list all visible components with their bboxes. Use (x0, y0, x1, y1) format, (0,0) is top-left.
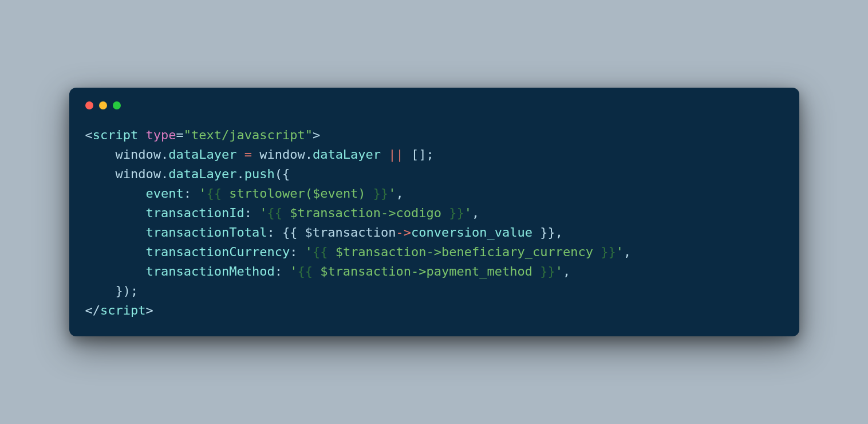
code-token: = (244, 147, 252, 162)
code-token: window (85, 167, 161, 181)
code-token: }} (373, 186, 389, 201)
code-token (138, 128, 145, 142)
code-token: ' (388, 186, 396, 201)
code-token: , (624, 245, 631, 259)
code-token: type (145, 128, 176, 142)
code-token: ({ (275, 167, 290, 181)
code-token: }} (540, 264, 555, 278)
code-token: : (184, 186, 199, 201)
code-token: : (290, 245, 305, 259)
code-token: transactionCurrency (145, 245, 290, 259)
code-token: . (236, 167, 244, 181)
code-token (381, 147, 388, 162)
code-token: $transaction->payment_method (313, 264, 540, 278)
code-token: ' (464, 206, 472, 220)
code-token: : (275, 264, 290, 278)
window-titlebar (85, 101, 783, 109)
code-token: event (145, 186, 183, 201)
code-token: ' (199, 186, 206, 201)
code-token: script (93, 128, 138, 142)
code-token: , (396, 186, 404, 201)
code-token: }} (449, 206, 464, 220)
code-token (85, 225, 146, 240)
code-token: dataLayer (168, 167, 236, 181)
code-token: ' (555, 264, 563, 278)
code-token: > (313, 128, 320, 142)
code-token: {{ (297, 264, 313, 278)
code-token: < (85, 128, 93, 142)
code-token: </ (85, 303, 101, 317)
code-block: <script type="text/javascript"> window.d… (85, 125, 783, 321)
code-token (85, 264, 146, 278)
code-token (236, 147, 244, 162)
code-token: {{ (267, 206, 282, 220)
code-token: dataLayer (168, 147, 236, 162)
code-token: script (100, 303, 145, 317)
code-token: {{ (313, 245, 328, 259)
code-token: : {{ $transaction (267, 225, 396, 240)
code-token: ' (305, 245, 313, 259)
code-token: dataLayer (313, 147, 381, 162)
code-token: = (176, 128, 183, 142)
code-token (85, 245, 146, 259)
code-token (85, 206, 146, 220)
code-token: ' (290, 264, 297, 278)
code-token: strtolower($event) (222, 186, 373, 201)
code-token: . (161, 167, 168, 181)
code-window: <script type="text/javascript"> window.d… (69, 88, 799, 337)
code-token: . (305, 147, 313, 162)
code-token: . (161, 147, 168, 162)
code-token: transactionMethod (145, 264, 274, 278)
code-token: $transaction->beneficiary_currency (328, 245, 601, 259)
code-token: push (244, 167, 275, 181)
code-token: "text/javascript" (184, 128, 313, 142)
code-token: : (244, 206, 260, 220)
maximize-icon[interactable] (113, 101, 121, 109)
code-token: }} (601, 245, 616, 259)
code-token: []; (404, 147, 434, 162)
code-token: window (85, 147, 161, 162)
code-token: transactionTotal (145, 225, 267, 240)
code-token: || (388, 147, 404, 162)
code-token: }}, (532, 225, 563, 240)
code-token (85, 186, 146, 201)
close-icon[interactable] (85, 101, 93, 109)
code-token: transactionId (145, 206, 244, 220)
minimize-icon[interactable] (99, 101, 107, 109)
code-token: }); (85, 284, 139, 298)
code-token: $transaction->codigo (282, 206, 449, 220)
code-token: {{ (206, 186, 222, 201)
code-token: ' (259, 206, 267, 220)
code-token: -> (396, 225, 412, 240)
code-token: > (145, 303, 153, 317)
code-token: , (472, 206, 479, 220)
code-token: , (563, 264, 570, 278)
code-token: ' (616, 245, 624, 259)
code-token: conversion_value (411, 225, 532, 240)
code-token: window (252, 147, 305, 162)
